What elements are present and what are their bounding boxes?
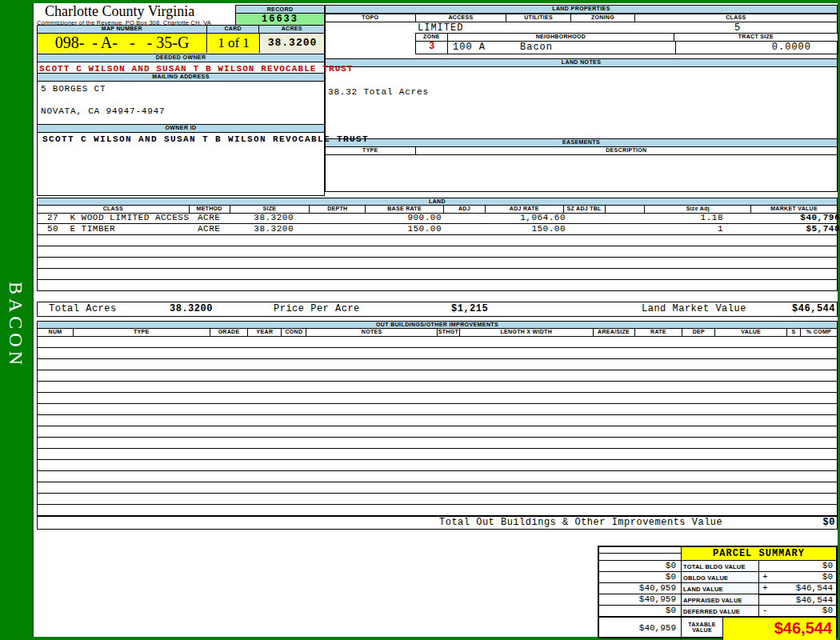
- ob-col-cond: COND: [282, 329, 306, 336]
- summary-row-taxable: $40,959 TAXABLE VALUE $46,544: [599, 616, 836, 640]
- easement-col-description: DESCRIPTION: [416, 147, 837, 154]
- class-value: 5: [636, 22, 838, 34]
- row-value: $46,544: [796, 595, 833, 605]
- tract-size-value: 0.0000: [675, 42, 839, 54]
- mailing-address-line1: 5 BORGES CT: [41, 84, 106, 94]
- land-note-text: 38.32 Total Acres: [328, 87, 429, 97]
- out-buildings-total-row: Total Out Buildings & Other Improvements…: [37, 516, 838, 530]
- price-per-acre-value: $1,215: [451, 302, 488, 316]
- land-row-class: 50 E TIMBER: [47, 224, 115, 234]
- land-col-sz-adj-tbl: SZ ADJ TBL: [564, 206, 606, 213]
- col-class: CLASS: [635, 14, 837, 22]
- prior-value: $40,959: [599, 582, 682, 594]
- zone-label: ZONE: [416, 34, 448, 41]
- prior-value: $0: [599, 605, 682, 616]
- easement-col-type: TYPE: [326, 147, 416, 154]
- row-label: TOTAL BLDG VALUE: [682, 560, 759, 571]
- county-title: Charlotte County Virginia: [45, 3, 194, 20]
- land-empty-rows: [37, 235, 838, 291]
- out-buildings-empty-rows: [37, 337, 838, 516]
- land-row-market-value: $5,748: [740, 224, 840, 234]
- prior-value: $0: [599, 571, 682, 582]
- row-value: $0: [822, 572, 833, 582]
- parcel-summary: PARCEL SUMMARY $0 TOTAL BLDG VALUE $0 $0…: [598, 546, 838, 638]
- neighborhood-label: NEIGHBORHOOD: [448, 34, 674, 41]
- total-acres-value: 38.3200: [170, 302, 213, 316]
- row-label: LAND VALUE: [682, 582, 759, 594]
- land-row-base-rate: 900.00: [358, 213, 442, 223]
- ob-total-value: $0: [750, 517, 835, 529]
- land-row-size-adj: 1: [598, 224, 723, 234]
- record-value: 16633: [235, 14, 325, 26]
- mailing-address-label: MAILING ADDRESS: [37, 73, 325, 82]
- ob-col-rate: RATE: [635, 329, 683, 336]
- owner-panel: MAP NUMBER CARD ACRES 098- - A- - - 35-G…: [37, 25, 325, 196]
- ob-col-notes: NOTES: [306, 329, 438, 336]
- land-properties-panel: LAND PROPERTIES TOPO ACCESS UTILITIES ZO…: [325, 5, 838, 192]
- land-market-value: $46,544: [738, 302, 835, 316]
- row-label: DEFERRED VALUE: [682, 605, 759, 616]
- neighborhood-name: Bacon: [520, 42, 553, 53]
- ob-col-pct-comp: % COMP: [801, 329, 837, 336]
- land-col-class: CLASS: [38, 206, 190, 213]
- parcel-summary-header: PARCEL SUMMARY: [599, 547, 836, 560]
- summary-row-deferred: $0 DEFERRED VALUE -$0: [599, 605, 836, 616]
- land-col-size-adj: Size Adj: [645, 206, 751, 213]
- land-col-adj: ADJ: [444, 206, 486, 213]
- land-row-base-rate: 150.00: [358, 224, 442, 234]
- col-utilities: UTILITIES: [506, 14, 571, 22]
- land-row-1: 27 K WOOD LIMITED ACCESS ACRE 38.3200 90…: [37, 213, 838, 224]
- land-notes-title: LAND NOTES: [325, 58, 838, 67]
- ob-col-grade: GRADE: [210, 329, 249, 336]
- neighborhood-vertical-label: BACON: [5, 282, 26, 369]
- land-row-market-value: $40,796: [740, 213, 840, 223]
- tract-size-label: TRACT SIZE: [674, 34, 838, 41]
- prior-value: $40,959: [599, 618, 682, 640]
- zone-value: 3: [416, 41, 448, 54]
- record-label: RECORD: [235, 5, 325, 14]
- prior-value: $40,959: [599, 594, 682, 605]
- summary-row-obldg: $0 OBLDG VALUE +$0: [599, 571, 836, 582]
- total-acres-label: Total Acres: [49, 302, 117, 316]
- acres-label: ACRES: [259, 26, 324, 33]
- col-topo: TOPO: [326, 14, 416, 22]
- land-row-size: 38.3200: [222, 213, 294, 223]
- land-row-size: 38.3200: [222, 224, 294, 234]
- ob-col-type: TYPE: [74, 329, 210, 336]
- land-col-market-value: MARKET VALUE: [751, 206, 837, 213]
- ob-col-s: S: [787, 329, 801, 336]
- ob-col-sthgt: STHGT: [438, 329, 460, 336]
- card-value: 1 of 1: [208, 34, 260, 53]
- land-col-method: METHOD: [190, 206, 230, 213]
- summary-row-total-bldg: $0 TOTAL BLDG VALUE $0: [599, 560, 836, 571]
- land-row-2: 50 E TIMBER ACRE 38.3200 150.00 150.00 1…: [37, 224, 838, 235]
- neighborhood-code: 100 A: [453, 42, 486, 53]
- land-row-size-adj: 1.18: [598, 213, 723, 223]
- land-col-base-rate: BASE RATE: [366, 206, 444, 213]
- land-row-class: 27 K WOOD LIMITED ACCESS: [47, 213, 190, 223]
- row-value: $0: [822, 606, 833, 615]
- ob-col-num: NUM: [38, 329, 74, 336]
- card-label: CARD: [207, 26, 260, 33]
- parcel-summary-blank-cell: [599, 547, 682, 560]
- map-number-label: MAP NUMBER: [38, 26, 207, 33]
- row-operator: +: [762, 572, 768, 582]
- ob-total-label: Total Out Buildings & Other Improvements…: [439, 517, 722, 529]
- land-market-value-label: Land Market Value: [642, 302, 746, 316]
- ob-col-length-width: LENGTH X WIDTH: [460, 329, 594, 336]
- owner-id-label: OWNER ID: [37, 124, 325, 133]
- record-card: Charlotte County Virginia Commissioner o…: [32, 3, 838, 637]
- ob-col-year: YEAR: [248, 329, 282, 336]
- owner-id-value: SCOTT C WILSON AND SUSAN T B WILSON REVO…: [42, 134, 369, 144]
- price-per-acre-label: Price Per Acre: [274, 302, 360, 316]
- acres-value: 38.3200: [261, 34, 324, 53]
- row-value: $0: [822, 561, 833, 570]
- deeded-owner-value: SCOTT C WILSON AND SUSAN T B WILSON REVO…: [39, 64, 354, 74]
- land-row-method: ACRE: [198, 213, 220, 223]
- row-operator: -: [762, 606, 768, 616]
- land-col-blank: [606, 206, 646, 213]
- access-value: LIMITED: [418, 22, 463, 34]
- col-zoning: ZONING: [571, 14, 635, 22]
- row-label: APPRAISED VALUE: [682, 594, 759, 605]
- ob-col-value: VALUE: [715, 329, 787, 336]
